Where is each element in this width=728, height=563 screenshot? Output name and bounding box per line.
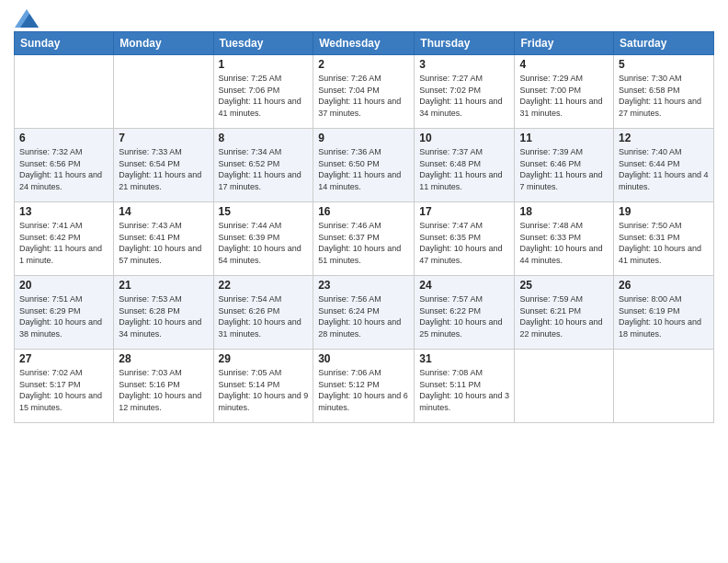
day-number: 9 (318, 132, 409, 144)
calendar-cell: 6Sunrise: 7:32 AM Sunset: 6:56 PM Daylig… (15, 129, 114, 202)
week-row-2: 6Sunrise: 7:32 AM Sunset: 6:56 PM Daylig… (15, 129, 714, 202)
day-info: Sunrise: 7:36 AM Sunset: 6:50 PM Dayligh… (318, 146, 409, 192)
day-number: 25 (519, 279, 609, 292)
column-header-monday: Monday (114, 32, 213, 55)
day-info: Sunrise: 7:48 AM Sunset: 6:33 PM Dayligh… (519, 220, 609, 266)
calendar-cell (614, 350, 714, 423)
calendar-cell: 30Sunrise: 7:06 AM Sunset: 5:12 PM Dayli… (313, 350, 415, 423)
day-number: 13 (19, 205, 108, 218)
calendar-cell: 12Sunrise: 7:40 AM Sunset: 6:44 PM Dayli… (614, 129, 714, 202)
day-info: Sunrise: 8:00 AM Sunset: 6:19 PM Dayligh… (619, 293, 709, 339)
day-info: Sunrise: 7:06 AM Sunset: 5:12 PM Dayligh… (318, 367, 409, 413)
day-number: 23 (318, 279, 409, 292)
day-info: Sunrise: 7:41 AM Sunset: 6:42 PM Dayligh… (19, 220, 108, 266)
calendar-cell (114, 55, 213, 129)
day-info: Sunrise: 7:03 AM Sunset: 5:16 PM Dayligh… (119, 367, 208, 413)
day-number: 11 (519, 132, 609, 144)
week-row-3: 13Sunrise: 7:41 AM Sunset: 6:42 PM Dayli… (15, 202, 714, 276)
calendar-cell: 16Sunrise: 7:46 AM Sunset: 6:37 PM Dayli… (313, 202, 415, 276)
calendar-cell (15, 55, 114, 129)
day-number: 5 (619, 58, 709, 71)
day-number: 4 (519, 58, 609, 71)
calendar-header: SundayMondayTuesdayWednesdayThursdayFrid… (15, 32, 714, 55)
calendar-cell: 22Sunrise: 7:54 AM Sunset: 6:26 PM Dayli… (213, 276, 313, 350)
calendar-cell: 24Sunrise: 7:57 AM Sunset: 6:22 PM Dayli… (415, 276, 515, 350)
calendar-cell: 26Sunrise: 8:00 AM Sunset: 6:19 PM Dayli… (614, 276, 714, 350)
calendar-cell: 13Sunrise: 7:41 AM Sunset: 6:42 PM Dayli… (15, 202, 114, 276)
calendar-cell: 29Sunrise: 7:05 AM Sunset: 5:14 PM Dayli… (213, 350, 313, 423)
day-info: Sunrise: 7:44 AM Sunset: 6:39 PM Dayligh… (219, 220, 309, 266)
day-number: 30 (318, 352, 409, 365)
day-info: Sunrise: 7:25 AM Sunset: 7:06 PM Dayligh… (219, 73, 309, 119)
header-row: SundayMondayTuesdayWednesdayThursdayFrid… (15, 32, 714, 55)
day-info: Sunrise: 7:33 AM Sunset: 6:54 PM Dayligh… (119, 146, 208, 192)
calendar-cell: 25Sunrise: 7:59 AM Sunset: 6:21 PM Dayli… (515, 276, 614, 350)
day-number: 24 (419, 279, 509, 292)
week-row-5: 27Sunrise: 7:02 AM Sunset: 5:17 PM Dayli… (15, 350, 714, 423)
column-header-thursday: Thursday (415, 32, 515, 55)
calendar-cell: 19Sunrise: 7:50 AM Sunset: 6:31 PM Dayli… (614, 202, 714, 276)
day-info: Sunrise: 7:47 AM Sunset: 6:35 PM Dayligh… (419, 220, 509, 266)
day-info: Sunrise: 7:26 AM Sunset: 7:04 PM Dayligh… (318, 73, 409, 119)
day-info: Sunrise: 7:40 AM Sunset: 6:44 PM Dayligh… (619, 146, 709, 192)
day-info: Sunrise: 7:50 AM Sunset: 6:31 PM Dayligh… (619, 220, 709, 266)
column-header-tuesday: Tuesday (213, 32, 313, 55)
calendar-cell: 1Sunrise: 7:25 AM Sunset: 7:06 PM Daylig… (213, 55, 313, 129)
day-info: Sunrise: 7:46 AM Sunset: 6:37 PM Dayligh… (318, 220, 409, 266)
logo-icon (15, 9, 39, 28)
day-number: 10 (419, 132, 509, 144)
day-number: 27 (19, 352, 108, 365)
calendar-body: 1Sunrise: 7:25 AM Sunset: 7:06 PM Daylig… (15, 55, 714, 423)
calendar-cell: 23Sunrise: 7:56 AM Sunset: 6:24 PM Dayli… (313, 276, 415, 350)
calendar-cell: 4Sunrise: 7:29 AM Sunset: 7:00 PM Daylig… (515, 55, 614, 129)
day-info: Sunrise: 7:43 AM Sunset: 6:41 PM Dayligh… (119, 220, 208, 266)
calendar-cell: 27Sunrise: 7:02 AM Sunset: 5:17 PM Dayli… (15, 350, 114, 423)
day-info: Sunrise: 7:51 AM Sunset: 6:29 PM Dayligh… (19, 293, 108, 339)
day-info: Sunrise: 7:32 AM Sunset: 6:56 PM Dayligh… (19, 146, 108, 192)
day-info: Sunrise: 7:30 AM Sunset: 6:58 PM Dayligh… (619, 73, 709, 119)
day-info: Sunrise: 7:37 AM Sunset: 6:48 PM Dayligh… (419, 146, 509, 192)
day-number: 2 (318, 58, 409, 71)
calendar-cell: 15Sunrise: 7:44 AM Sunset: 6:39 PM Dayli… (213, 202, 313, 276)
day-number: 22 (219, 279, 309, 292)
calendar-cell: 31Sunrise: 7:08 AM Sunset: 5:11 PM Dayli… (415, 350, 515, 423)
day-info: Sunrise: 7:29 AM Sunset: 7:00 PM Dayligh… (519, 73, 609, 119)
calendar-cell: 28Sunrise: 7:03 AM Sunset: 5:16 PM Dayli… (114, 350, 213, 423)
day-number: 8 (219, 132, 309, 144)
day-number: 17 (419, 205, 509, 218)
day-number: 18 (519, 205, 609, 218)
calendar-cell: 20Sunrise: 7:51 AM Sunset: 6:29 PM Dayli… (15, 276, 114, 350)
page: SundayMondayTuesdayWednesdayThursdayFrid… (0, 0, 728, 563)
calendar-cell: 14Sunrise: 7:43 AM Sunset: 6:41 PM Dayli… (114, 202, 213, 276)
day-info: Sunrise: 7:54 AM Sunset: 6:26 PM Dayligh… (219, 293, 309, 339)
day-number: 1 (219, 58, 309, 71)
calendar-cell: 5Sunrise: 7:30 AM Sunset: 6:58 PM Daylig… (614, 55, 714, 129)
day-number: 3 (419, 58, 509, 71)
header (14, 9, 714, 24)
day-number: 26 (619, 279, 709, 292)
day-number: 20 (19, 279, 108, 292)
day-number: 14 (119, 205, 208, 218)
week-row-4: 20Sunrise: 7:51 AM Sunset: 6:29 PM Dayli… (15, 276, 714, 350)
day-number: 21 (119, 279, 208, 292)
day-number: 15 (219, 205, 309, 218)
day-info: Sunrise: 7:27 AM Sunset: 7:02 PM Dayligh… (419, 73, 509, 119)
calendar-cell (515, 350, 614, 423)
day-info: Sunrise: 7:08 AM Sunset: 5:11 PM Dayligh… (419, 367, 509, 413)
column-header-sunday: Sunday (15, 32, 114, 55)
day-number: 29 (219, 352, 309, 365)
day-number: 16 (318, 205, 409, 218)
calendar-cell: 21Sunrise: 7:53 AM Sunset: 6:28 PM Dayli… (114, 276, 213, 350)
day-info: Sunrise: 7:05 AM Sunset: 5:14 PM Dayligh… (219, 367, 309, 413)
day-number: 28 (119, 352, 208, 365)
calendar-cell: 7Sunrise: 7:33 AM Sunset: 6:54 PM Daylig… (114, 129, 213, 202)
calendar-cell: 9Sunrise: 7:36 AM Sunset: 6:50 PM Daylig… (313, 129, 415, 202)
day-number: 7 (119, 132, 208, 144)
day-info: Sunrise: 7:39 AM Sunset: 6:46 PM Dayligh… (519, 146, 609, 192)
calendar-cell: 2Sunrise: 7:26 AM Sunset: 7:04 PM Daylig… (313, 55, 415, 129)
day-number: 12 (619, 132, 709, 144)
calendar-cell: 8Sunrise: 7:34 AM Sunset: 6:52 PM Daylig… (213, 129, 313, 202)
column-header-wednesday: Wednesday (313, 32, 415, 55)
calendar-table: SundayMondayTuesdayWednesdayThursdayFrid… (14, 31, 714, 423)
day-number: 19 (619, 205, 709, 218)
